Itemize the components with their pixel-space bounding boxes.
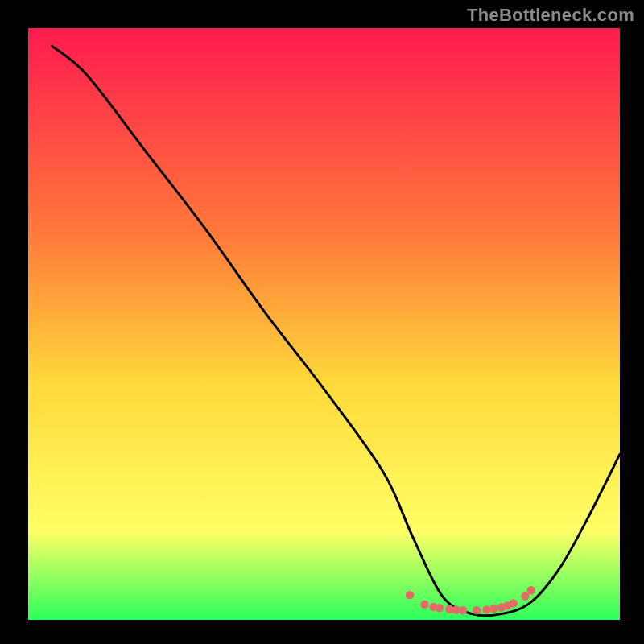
curve-marker-dot <box>473 606 481 614</box>
curve-marker-dot <box>420 601 428 609</box>
bottleneck-chart <box>0 0 644 644</box>
curve-marker-dot <box>406 591 414 599</box>
curve-marker-dot <box>482 605 490 613</box>
curve-marker-dot <box>489 605 497 613</box>
gradient-background <box>28 28 620 620</box>
curve-marker-dot <box>521 592 529 600</box>
watermark-text: TheBottleneck.com <box>467 5 634 26</box>
chart-container: TheBottleneck.com <box>0 0 644 644</box>
curve-marker-dot <box>527 586 535 594</box>
curve-marker-dot <box>459 606 467 614</box>
curve-marker-dot <box>452 605 460 613</box>
curve-marker-dot <box>510 599 518 607</box>
curve-marker-dot <box>436 604 444 612</box>
